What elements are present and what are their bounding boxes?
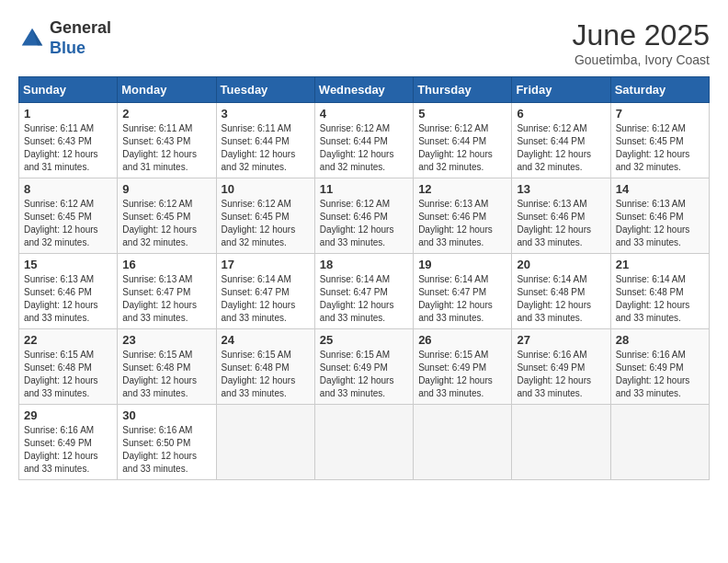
cell-info: Sunrise: 6:13 AMSunset: 6:46 PMDaylight:… [24, 273, 112, 325]
day-number: 2 [122, 107, 210, 121]
day-number: 14 [616, 182, 704, 196]
day-number: 23 [122, 333, 210, 347]
calendar-cell [512, 405, 610, 480]
page-header: General Blue June 2025 Gouetimba, Ivory … [18, 18, 710, 67]
location: Gouetimba, Ivory Coast [573, 52, 710, 67]
calendar-cell: 10 Sunrise: 6:12 AMSunset: 6:45 PMDaylig… [216, 178, 314, 254]
calendar-cell: 23 Sunrise: 6:15 AMSunset: 6:48 PMDaylig… [118, 329, 216, 405]
day-number: 25 [320, 333, 408, 347]
day-number: 16 [122, 258, 210, 271]
calendar-week-row: 8 Sunrise: 6:12 AMSunset: 6:45 PMDayligh… [19, 178, 710, 254]
day-number: 29 [24, 408, 112, 422]
calendar-cell: 16 Sunrise: 6:13 AMSunset: 6:47 PMDaylig… [118, 254, 216, 329]
calendar-cell: 22 Sunrise: 6:15 AMSunset: 6:48 PMDaylig… [19, 329, 118, 405]
cell-info: Sunrise: 6:14 AMSunset: 6:48 PMDaylight:… [517, 273, 605, 325]
calendar-cell: 14 Sunrise: 6:13 AMSunset: 6:46 PMDaylig… [610, 178, 709, 254]
day-number: 30 [122, 408, 210, 422]
cell-info: Sunrise: 6:13 AMSunset: 6:46 PMDaylight:… [616, 198, 704, 249]
day-number: 24 [222, 333, 310, 347]
calendar-cell [414, 405, 512, 480]
calendar-cell: 12 Sunrise: 6:13 AMSunset: 6:46 PMDaylig… [414, 178, 512, 254]
calendar-cell: 5 Sunrise: 6:12 AMSunset: 6:44 PMDayligh… [414, 103, 512, 178]
calendar-week-row: 29 Sunrise: 6:16 AMSunset: 6:49 PMDaylig… [19, 405, 710, 480]
calendar-cell: 3 Sunrise: 6:11 AMSunset: 6:44 PMDayligh… [216, 103, 314, 178]
cell-info: Sunrise: 6:15 AMSunset: 6:48 PMDaylight:… [222, 349, 310, 400]
cell-info: Sunrise: 6:15 AMSunset: 6:49 PMDaylight:… [418, 349, 506, 400]
calendar-cell: 17 Sunrise: 6:14 AMSunset: 6:47 PMDaylig… [216, 254, 314, 329]
cell-info: Sunrise: 6:12 AMSunset: 6:44 PMDaylight:… [418, 122, 506, 174]
day-number: 13 [517, 182, 605, 196]
cell-info: Sunrise: 6:12 AMSunset: 6:45 PMDaylight:… [222, 198, 310, 249]
cell-info: Sunrise: 6:11 AMSunset: 6:43 PMDaylight:… [122, 122, 210, 174]
title-block: June 2025 Gouetimba, Ivory Coast [573, 18, 710, 67]
calendar-cell: 7 Sunrise: 6:12 AMSunset: 6:45 PMDayligh… [610, 103, 709, 178]
cell-info: Sunrise: 6:15 AMSunset: 6:48 PMDaylight:… [24, 349, 112, 400]
cell-info: Sunrise: 6:14 AMSunset: 6:47 PMDaylight:… [320, 273, 408, 325]
cell-info: Sunrise: 6:16 AMSunset: 6:49 PMDaylight:… [24, 424, 112, 476]
calendar-cell: 21 Sunrise: 6:14 AMSunset: 6:48 PMDaylig… [610, 254, 709, 329]
cell-info: Sunrise: 6:16 AMSunset: 6:49 PMDaylight:… [616, 349, 704, 400]
cell-info: Sunrise: 6:12 AMSunset: 6:45 PMDaylight:… [122, 198, 210, 249]
calendar-header-friday: Friday [512, 77, 610, 103]
cell-info: Sunrise: 6:12 AMSunset: 6:45 PMDaylight:… [24, 198, 112, 249]
calendar-header-thursday: Thursday [414, 77, 512, 103]
calendar-week-row: 15 Sunrise: 6:13 AMSunset: 6:46 PMDaylig… [19, 254, 710, 329]
cell-info: Sunrise: 6:13 AMSunset: 6:46 PMDaylight:… [418, 198, 506, 249]
logo: General Blue [18, 18, 111, 58]
day-number: 1 [24, 107, 112, 121]
cell-info: Sunrise: 6:12 AMSunset: 6:44 PMDaylight:… [517, 122, 605, 174]
day-number: 11 [320, 182, 408, 196]
cell-info: Sunrise: 6:11 AMSunset: 6:43 PMDaylight:… [24, 122, 112, 174]
cell-info: Sunrise: 6:14 AMSunset: 6:47 PMDaylight:… [222, 273, 310, 325]
calendar-cell: 8 Sunrise: 6:12 AMSunset: 6:45 PMDayligh… [19, 178, 118, 254]
calendar-cell [610, 405, 709, 480]
calendar-header-row: SundayMondayTuesdayWednesdayThursdayFrid… [19, 77, 710, 103]
calendar-header-saturday: Saturday [610, 77, 709, 103]
day-number: 27 [517, 333, 605, 347]
calendar-cell: 4 Sunrise: 6:12 AMSunset: 6:44 PMDayligh… [314, 103, 413, 178]
calendar-cell: 15 Sunrise: 6:13 AMSunset: 6:46 PMDaylig… [19, 254, 118, 329]
logo-icon [18, 25, 46, 52]
day-number: 4 [320, 107, 408, 121]
calendar-cell: 9 Sunrise: 6:12 AMSunset: 6:45 PMDayligh… [118, 178, 216, 254]
calendar-cell: 2 Sunrise: 6:11 AMSunset: 6:43 PMDayligh… [118, 103, 216, 178]
cell-info: Sunrise: 6:16 AMSunset: 6:49 PMDaylight:… [517, 349, 605, 400]
calendar-cell: 24 Sunrise: 6:15 AMSunset: 6:48 PMDaylig… [216, 329, 314, 405]
calendar-header-wednesday: Wednesday [314, 77, 413, 103]
day-number: 7 [616, 107, 704, 121]
day-number: 20 [517, 258, 605, 271]
calendar-cell: 29 Sunrise: 6:16 AMSunset: 6:49 PMDaylig… [19, 405, 118, 480]
logo-blue-text: Blue [50, 39, 111, 59]
day-number: 6 [517, 107, 605, 121]
calendar-cell: 27 Sunrise: 6:16 AMSunset: 6:49 PMDaylig… [512, 329, 610, 405]
cell-info: Sunrise: 6:11 AMSunset: 6:44 PMDaylight:… [222, 122, 310, 174]
calendar-cell: 25 Sunrise: 6:15 AMSunset: 6:49 PMDaylig… [314, 329, 413, 405]
cell-info: Sunrise: 6:14 AMSunset: 6:47 PMDaylight:… [418, 273, 506, 325]
day-number: 21 [616, 258, 704, 271]
day-number: 19 [418, 258, 506, 271]
cell-info: Sunrise: 6:15 AMSunset: 6:48 PMDaylight:… [122, 349, 210, 400]
cell-info: Sunrise: 6:13 AMSunset: 6:47 PMDaylight:… [122, 273, 210, 325]
day-number: 8 [24, 182, 112, 196]
calendar-week-row: 22 Sunrise: 6:15 AMSunset: 6:48 PMDaylig… [19, 329, 710, 405]
day-number: 5 [418, 107, 506, 121]
month-title: June 2025 [573, 18, 710, 52]
day-number: 28 [616, 333, 704, 347]
day-number: 9 [122, 182, 210, 196]
calendar-cell: 1 Sunrise: 6:11 AMSunset: 6:43 PMDayligh… [19, 103, 118, 178]
calendar-cell: 19 Sunrise: 6:14 AMSunset: 6:47 PMDaylig… [414, 254, 512, 329]
calendar-cell: 26 Sunrise: 6:15 AMSunset: 6:49 PMDaylig… [414, 329, 512, 405]
calendar-cell [216, 405, 314, 480]
day-number: 18 [320, 258, 408, 271]
calendar-cell: 6 Sunrise: 6:12 AMSunset: 6:44 PMDayligh… [512, 103, 610, 178]
cell-info: Sunrise: 6:12 AMSunset: 6:46 PMDaylight:… [320, 198, 408, 249]
cell-info: Sunrise: 6:12 AMSunset: 6:45 PMDaylight:… [616, 122, 704, 174]
calendar-cell: 20 Sunrise: 6:14 AMSunset: 6:48 PMDaylig… [512, 254, 610, 329]
calendar-cell: 18 Sunrise: 6:14 AMSunset: 6:47 PMDaylig… [314, 254, 413, 329]
day-number: 22 [24, 333, 112, 347]
calendar-week-row: 1 Sunrise: 6:11 AMSunset: 6:43 PMDayligh… [19, 103, 710, 178]
calendar-cell: 30 Sunrise: 6:16 AMSunset: 6:50 PMDaylig… [118, 405, 216, 480]
calendar-cell [314, 405, 413, 480]
day-number: 10 [222, 182, 310, 196]
calendar-cell: 11 Sunrise: 6:12 AMSunset: 6:46 PMDaylig… [314, 178, 413, 254]
